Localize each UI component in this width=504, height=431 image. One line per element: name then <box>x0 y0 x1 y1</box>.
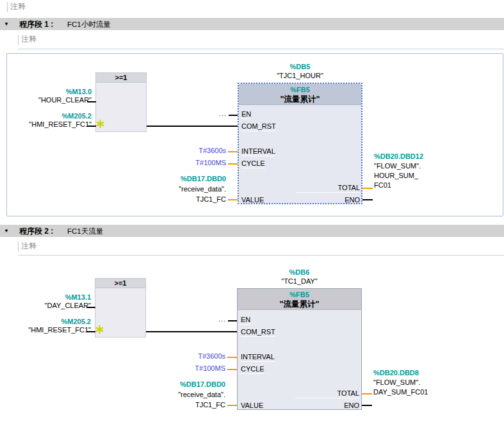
operand-address[interactable]: %DB17.DBD0 <box>110 174 226 184</box>
block-comment[interactable]: 注释 <box>7 2 212 12</box>
pin-interval: INTERVAL <box>241 353 275 362</box>
instance-db-name[interactable]: "TC1_DAY" <box>237 277 362 286</box>
cycle-constant[interactable]: T#100MS <box>110 159 226 167</box>
or-block-label: >=1 <box>95 279 145 288</box>
operand-name[interactable]: "FLOW_SUM". <box>373 378 428 387</box>
network-subtitle: FC1小时流量 <box>67 20 111 29</box>
wire <box>87 101 96 102</box>
fbd-editor: 注释 ▼ 程序段 1 : FC1小时流量 注释 >=1 %M13.0 "HOUR… <box>0 0 504 431</box>
wire <box>86 331 95 332</box>
en-unconnected-dots[interactable]: ... <box>219 110 227 117</box>
operand-name[interactable]: "DAY_CLEAR" <box>6 302 91 310</box>
fb-name: "流量累计" <box>238 300 361 309</box>
operand-input-2[interactable]: %M205.2 "HMI_RESET_FC1" <box>6 318 91 334</box>
operand-name[interactable]: FC01 <box>374 181 423 190</box>
wire <box>86 307 95 308</box>
pin-eno: ENO <box>295 402 359 411</box>
wire <box>362 199 373 200</box>
open-branch-icon[interactable] <box>96 120 104 128</box>
pin-total: TOTAL <box>296 184 360 193</box>
pin-en: EN <box>241 316 250 325</box>
wire <box>227 369 237 370</box>
operand-input-2[interactable]: %M205.2 "HMI_RESET_FC1" <box>7 112 92 129</box>
operand-name[interactable]: "FLOW_SUM". <box>374 161 423 171</box>
network-title: 程序段 1 : <box>19 19 53 30</box>
fb-address: %FB5 <box>238 290 361 300</box>
wire <box>228 320 237 321</box>
interval-constant[interactable]: T#3600s <box>110 147 226 155</box>
fb-block-header: %FB5 "流量累计" <box>238 289 361 310</box>
divider <box>18 255 504 256</box>
wire <box>362 393 372 394</box>
total-operand[interactable]: %DB20.DBD8 "FLOW_SUM". DAY_SUM_FC01 <box>373 368 428 397</box>
operand-address[interactable]: %DB20.DBD12 <box>374 152 423 161</box>
wire <box>147 126 238 127</box>
wire <box>227 357 237 358</box>
value-operand[interactable]: %DB17.DBD0 "receive_data". TJC1_FC <box>109 379 225 410</box>
instance-db-address[interactable]: %DB5 <box>238 62 362 71</box>
operand-address[interactable]: %M205.2 <box>7 112 92 120</box>
pin-total: TOTAL <box>295 389 359 398</box>
operand-input-1[interactable]: %M13.0 "HOUR_CLEAR" <box>7 88 92 104</box>
fb-name: "流量累计" <box>239 95 361 104</box>
pin-en: EN <box>241 110 251 119</box>
wire <box>362 405 372 406</box>
operand-name[interactable]: "HMI_RESET_FC1" <box>7 120 92 129</box>
divider <box>18 49 504 49</box>
value-operand[interactable]: %DB17.DBD0 "receive_data". TJC1_FC <box>110 174 226 204</box>
operand-name[interactable]: HOUR_SUM_ <box>374 171 423 181</box>
open-branch-icon[interactable] <box>95 325 104 334</box>
wire <box>228 199 238 200</box>
pin-interval: INTERVAL <box>241 147 275 156</box>
fb-address: %FB5 <box>239 85 361 95</box>
network-subtitle: FC1天流量 <box>67 227 103 236</box>
wire <box>228 163 238 165</box>
wire <box>229 115 238 116</box>
pin-cycle: CYCLE <box>241 159 265 168</box>
wire <box>87 126 96 127</box>
network-title: 程序段 2 : <box>19 226 53 237</box>
pin-value: VALUE <box>241 402 263 411</box>
network-2-header[interactable]: ▼ 程序段 2 : FC1天流量 <box>0 225 504 237</box>
pin-cycle: CYCLE <box>241 365 264 374</box>
instance-db-label[interactable]: %DB6 "TC1_DAY" <box>237 268 362 286</box>
instance-db-address[interactable]: %DB6 <box>237 268 362 277</box>
operand-address[interactable]: %M13.1 <box>6 293 91 302</box>
operand-name[interactable]: "receive_data". <box>110 184 226 194</box>
operand-address[interactable]: %M13.0 <box>7 88 92 96</box>
interval-constant[interactable]: T#3600s <box>109 352 225 361</box>
cycle-constant[interactable]: T#100MS <box>109 364 225 373</box>
wire <box>228 151 238 152</box>
operand-name[interactable]: TJC1_FC <box>109 400 225 410</box>
pin-com-rst: COM_RST <box>241 328 275 337</box>
operand-input-1[interactable]: %M13.1 "DAY_CLEAR" <box>6 293 91 310</box>
total-operand[interactable]: %DB20.DBD12 "FLOW_SUM". HOUR_SUM_ FC01 <box>374 152 423 190</box>
operand-name[interactable]: TJC1_FC <box>110 194 226 204</box>
network-1-comment[interactable]: 注释 <box>18 35 223 45</box>
operand-name[interactable]: DAY_SUM_FC01 <box>373 387 428 397</box>
operand-address[interactable]: %M205.2 <box>6 318 91 326</box>
instance-db-name[interactable]: "TJC1_HOUR" <box>238 71 362 80</box>
collapse-arrow-icon[interactable]: ▼ <box>4 21 9 27</box>
instance-db-label[interactable]: %DB5 "TJC1_HOUR" <box>238 62 362 80</box>
network-2-canvas: >=1 %M13.1 "DAY_CLEAR" %M205.2 "HMI_RESE… <box>6 259 503 426</box>
pin-com-rst: COM_RST <box>241 122 276 131</box>
pin-value: VALUE <box>241 196 264 205</box>
en-unconnected-dots[interactable]: ... <box>218 315 226 323</box>
network-2-comment[interactable]: 注释 <box>18 241 223 252</box>
operand-name[interactable]: "receive_data". <box>109 389 225 400</box>
wire <box>362 188 373 189</box>
operand-address[interactable]: %DB20.DBD8 <box>373 368 428 378</box>
wire <box>227 405 237 406</box>
operand-address[interactable]: %DB17.DBD0 <box>109 379 225 389</box>
operand-name[interactable]: "HOUR_CLEAR" <box>7 96 92 104</box>
wire <box>146 331 237 332</box>
network-1-canvas: >=1 %M13.0 "HOUR_CLEAR" %M205.2 "HMI_RES… <box>6 53 503 216</box>
or-block-label: >=1 <box>96 73 146 83</box>
pin-eno: ENO <box>296 196 360 205</box>
collapse-arrow-icon[interactable]: ▼ <box>4 228 9 234</box>
network-1-header[interactable]: ▼ 程序段 1 : FC1小时流量 <box>0 18 504 30</box>
operand-name[interactable]: "HMI_RESET_FC1" <box>6 326 91 334</box>
fb-block-header: %FB5 "流量累计" <box>239 84 361 105</box>
